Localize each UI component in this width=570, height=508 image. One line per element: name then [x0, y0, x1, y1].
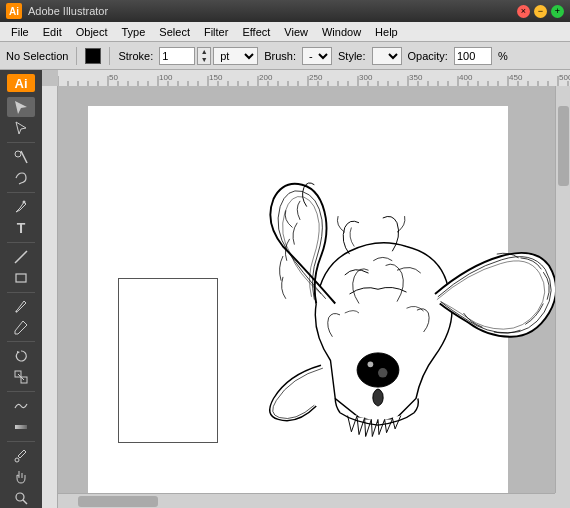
line-tool-button[interactable] — [7, 247, 35, 267]
stroke-value-input[interactable] — [159, 47, 195, 65]
window-title: Adobe Illustrator — [28, 5, 108, 17]
menu-help[interactable]: Help — [368, 24, 405, 40]
minimize-button[interactable]: − — [534, 5, 547, 18]
menu-edit[interactable]: Edit — [36, 24, 69, 40]
svg-point-10 — [15, 458, 19, 462]
scrollbar-horizontal[interactable] — [58, 493, 555, 508]
stroke-color-box[interactable] — [85, 48, 101, 64]
options-bar: No Selection Stroke: ▲ ▼ pt px mm Brush:… — [0, 42, 570, 70]
selection-label: No Selection — [6, 50, 68, 62]
svg-point-16 — [378, 368, 388, 378]
menu-object[interactable]: Object — [69, 24, 115, 40]
tool-separator-2 — [7, 192, 35, 193]
ai-logo: Ai — [7, 74, 35, 92]
svg-point-15 — [368, 361, 374, 367]
svg-rect-9 — [15, 425, 27, 429]
menu-window[interactable]: Window — [315, 24, 368, 40]
maximize-button[interactable]: + — [551, 5, 564, 18]
select-tool-button[interactable] — [7, 97, 35, 117]
canvas-area[interactable]: ⊞ — [42, 70, 570, 508]
warp-tool-button[interactable] — [7, 396, 35, 416]
stroke-down-arrow[interactable]: ▼ — [198, 56, 210, 64]
artboard — [88, 106, 508, 506]
tool-separator-1 — [7, 142, 35, 143]
lasso-tool-button[interactable] — [7, 168, 35, 188]
stroke-input-group: ▲ ▼ pt px mm — [159, 47, 258, 65]
menu-file[interactable]: File — [4, 24, 36, 40]
tool-separator-5 — [7, 341, 35, 342]
zoom-tool-button[interactable] — [7, 488, 35, 508]
scrollbar-h-thumb[interactable] — [78, 496, 158, 507]
style-select[interactable] — [372, 47, 402, 65]
app-icon: Ai — [6, 3, 22, 19]
menu-view[interactable]: View — [277, 24, 315, 40]
hand-tool-button[interactable] — [7, 467, 35, 487]
tool-separator-3 — [7, 242, 35, 243]
tool-separator-7 — [7, 441, 35, 442]
svg-point-2 — [23, 200, 26, 203]
skull-artwork — [188, 161, 568, 508]
close-button[interactable]: × — [517, 5, 530, 18]
svg-rect-4 — [16, 274, 26, 282]
opacity-input[interactable] — [454, 47, 492, 65]
tool-separator-6 — [7, 391, 35, 392]
svg-point-11 — [16, 493, 24, 501]
opacity-label: Opacity: — [408, 50, 448, 62]
pen-tool-button[interactable] — [7, 197, 35, 217]
eyedrop-tool-button[interactable] — [7, 446, 35, 466]
svg-line-3 — [15, 251, 27, 263]
main-layout: Ai T — [0, 70, 570, 508]
rotate-tool-button[interactable] — [7, 346, 35, 366]
svg-point-5 — [16, 310, 18, 312]
svg-point-1 — [15, 151, 21, 157]
opacity-unit: % — [498, 50, 508, 62]
ruler-horizontal — [58, 70, 570, 86]
pencil-tool-button[interactable] — [7, 318, 35, 338]
stroke-spinners[interactable]: ▲ ▼ — [197, 47, 211, 65]
style-label: Style: — [338, 50, 366, 62]
stroke-up-arrow[interactable]: ▲ — [198, 48, 210, 56]
menu-filter[interactable]: Filter — [197, 24, 235, 40]
separator-2 — [109, 47, 110, 65]
menu-effect[interactable]: Effect — [235, 24, 277, 40]
scrollbar-vertical[interactable] — [555, 86, 570, 493]
brush-label: Brush: — [264, 50, 296, 62]
brush-tool-button[interactable] — [7, 297, 35, 317]
menu-select[interactable]: Select — [152, 24, 197, 40]
scrollbar-corner — [555, 493, 570, 508]
rect-tool-button[interactable] — [7, 268, 35, 288]
window-controls: × − + — [517, 5, 564, 18]
gradient-tool-button[interactable] — [7, 417, 35, 437]
canvas-inner[interactable] — [58, 86, 570, 508]
tool-separator-4 — [7, 292, 35, 293]
stroke-unit-select[interactable]: pt px mm — [213, 47, 258, 65]
separator-1 — [76, 47, 77, 65]
type-tool-button[interactable]: T — [7, 218, 35, 238]
magic-wand-button[interactable] — [7, 147, 35, 167]
scrollbar-v-thumb[interactable] — [558, 106, 569, 186]
titlebar: Ai Adobe Illustrator × − + — [0, 0, 570, 22]
svg-line-12 — [23, 500, 27, 504]
scale-tool-button[interactable] — [7, 367, 35, 387]
brush-select[interactable]: - — [302, 47, 332, 65]
direct-select-tool-button[interactable] — [7, 118, 35, 138]
svg-line-0 — [21, 151, 27, 163]
ruler-vertical — [42, 86, 58, 508]
menu-type[interactable]: Type — [115, 24, 153, 40]
toolbar: Ai T — [0, 70, 42, 508]
stroke-label: Stroke: — [118, 50, 153, 62]
menubar: File Edit Object Type Select Filter Effe… — [0, 22, 570, 42]
